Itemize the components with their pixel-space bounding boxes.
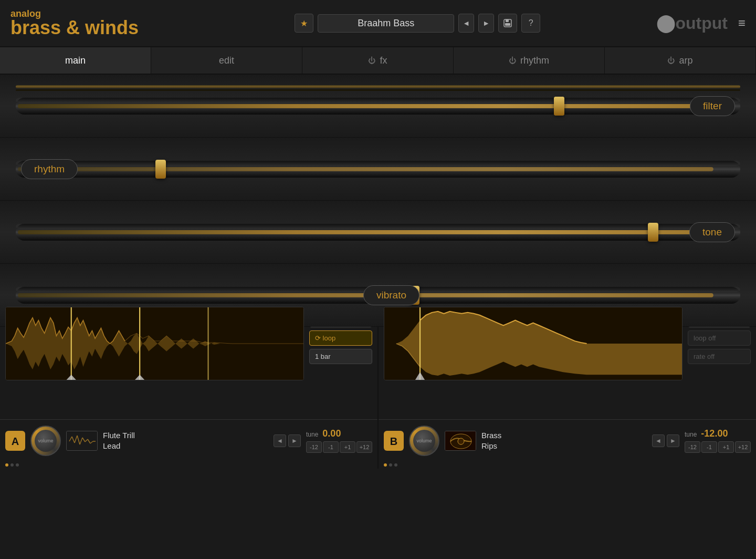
sample-thumb-b xyxy=(445,431,476,451)
sample-thumb-svg-a xyxy=(67,431,98,451)
sample-name-line2-b: Rips xyxy=(481,441,647,451)
volume-knob-inner-b: volume xyxy=(413,430,435,452)
tune-plus1-a[interactable]: +1 xyxy=(340,441,355,453)
panel-b-label: B xyxy=(390,436,397,447)
rhythm-label: rhythm xyxy=(21,159,78,179)
tube-svg xyxy=(16,81,740,97)
volume-label-a: volume xyxy=(38,438,53,443)
tube-top-decoration xyxy=(16,81,740,97)
dot-b-1 xyxy=(384,463,387,467)
preset-prev-button[interactable]: ◄ xyxy=(458,14,474,33)
panel-b-waveform[interactable] xyxy=(384,307,682,380)
tune-label-b: tune xyxy=(685,431,697,438)
tab-rhythm[interactable]: ⏻ rhythm xyxy=(454,47,605,74)
header: analog brass & winds ★ Braahm Bass ◄ ► ?… xyxy=(0,0,756,47)
tab-rhythm-power-icon: ⏻ xyxy=(509,56,516,65)
filter-slider-row: filter xyxy=(0,75,756,138)
tune-area-a: tune 0.00 -12 -1 +1 +12 xyxy=(306,428,372,453)
volume-label-b: volume xyxy=(416,438,432,443)
sample-next-a[interactable]: ► xyxy=(288,434,301,447)
svg-rect-3 xyxy=(16,85,740,88)
filter-track-svg xyxy=(16,97,740,116)
preset-area: ★ Braahm Bass ◄ ► ? xyxy=(189,14,646,33)
tone-slider-track[interactable] xyxy=(16,223,740,242)
loop-off-button-b[interactable]: loop off xyxy=(688,330,751,346)
rhythm-handle[interactable] xyxy=(155,160,166,179)
tab-fx[interactable]: ⏻ fx xyxy=(302,47,454,74)
tune-buttons-a: -12 -1 +1 +12 xyxy=(306,441,372,453)
tune-plus12-a[interactable]: +12 xyxy=(356,441,372,453)
help-button[interactable]: ? xyxy=(521,14,540,33)
tab-main-label: main xyxy=(65,55,86,66)
sample-prev-b[interactable]: ◄ xyxy=(652,434,665,447)
tune-minus12-b[interactable]: -12 xyxy=(685,441,700,453)
preset-name: Braahm Bass xyxy=(318,14,454,33)
tab-arp-label: arp xyxy=(679,55,692,66)
power-button-b[interactable]: B xyxy=(384,431,404,451)
filter-slider-track[interactable] xyxy=(16,97,740,116)
sample-name-line2-a: Lead xyxy=(103,441,268,451)
tab-edit-label: edit xyxy=(219,55,234,66)
tune-minus1-a[interactable]: -1 xyxy=(323,441,339,453)
rate-off-button-b[interactable]: rate off xyxy=(688,349,751,364)
sample-name-line1-a: Flute Trill xyxy=(103,430,268,441)
rhythm-slider-track[interactable] xyxy=(16,160,740,179)
tab-fx-label: fx xyxy=(380,55,387,66)
tone-handle[interactable] xyxy=(648,223,658,242)
volume-knob-a[interactable]: volume xyxy=(30,426,61,456)
rhythm-slider-row: rhythm xyxy=(0,138,756,201)
vibrato-slider-container: vibrato xyxy=(16,286,740,305)
panel-a-label: A xyxy=(12,436,19,447)
svg-rect-4 xyxy=(16,89,740,91)
tab-rhythm-label: rhythm xyxy=(520,55,549,66)
sample-name-a: Flute Trill Lead xyxy=(103,430,268,451)
svg-rect-1 xyxy=(506,19,509,22)
panel-a-waveform-svg xyxy=(6,307,303,380)
tab-arp[interactable]: ⏻ arp xyxy=(605,47,756,74)
sample-name-b: Brass Rips xyxy=(481,430,647,451)
save-button[interactable] xyxy=(498,14,517,33)
panel-b-waveform-svg xyxy=(384,307,682,380)
svg-rect-11 xyxy=(16,161,740,166)
tune-minus12-a[interactable]: -12 xyxy=(306,441,322,453)
dot-b-2 xyxy=(389,463,392,467)
tone-slider-container: tone xyxy=(16,223,740,242)
panel-a-waveform[interactable] xyxy=(5,307,304,380)
dot-1 xyxy=(5,463,8,467)
dot-2 xyxy=(10,463,14,467)
panel-a-bottom: A volume xyxy=(0,419,377,461)
tab-edit[interactable]: edit xyxy=(151,47,302,74)
loop-button-a[interactable]: ⟳ loop xyxy=(309,330,372,346)
logo-main: brass & winds xyxy=(10,18,189,37)
favorite-button[interactable]: ★ xyxy=(295,14,313,33)
tune-minus1-b[interactable]: -1 xyxy=(701,441,717,453)
filter-label: filter xyxy=(690,96,735,116)
volume-knob-b[interactable]: volume xyxy=(409,426,439,456)
tab-navigation: main edit ⏻ fx ⏻ rhythm ⏻ arp xyxy=(0,47,756,75)
sample-next-b[interactable]: ► xyxy=(667,434,679,447)
tune-value-b: -12.00 xyxy=(701,428,728,439)
sample-nav-b: ◄ ► xyxy=(652,434,679,447)
bar-button-a[interactable]: 1 bar xyxy=(309,349,372,364)
filter-handle[interactable] xyxy=(554,97,564,116)
tone-label: tone xyxy=(689,222,735,242)
logo-area: analog brass & winds xyxy=(10,9,189,37)
tune-label-a: tune xyxy=(306,431,318,438)
tune-area-b: tune -12.00 -12 -1 +1 +12 xyxy=(685,428,751,453)
sample-prev-a[interactable]: ◄ xyxy=(274,434,286,447)
rhythm-track-svg xyxy=(16,160,740,179)
tune-value-a: 0.00 xyxy=(322,428,341,439)
rhythm-slider-container: rhythm xyxy=(16,160,740,179)
svg-rect-14 xyxy=(16,224,740,229)
tune-plus1-b[interactable]: +1 xyxy=(718,441,734,453)
svg-rect-2 xyxy=(505,23,510,26)
power-button-a[interactable]: A xyxy=(5,431,25,451)
menu-button[interactable]: ≡ xyxy=(738,16,746,30)
volume-knob-inner-a: volume xyxy=(35,430,57,452)
preset-next-button[interactable]: ► xyxy=(478,14,494,33)
tab-main[interactable]: main xyxy=(0,47,151,74)
sample-thumb-a xyxy=(66,431,98,451)
dot-3 xyxy=(16,463,19,467)
output-brand: ⬤output ≡ xyxy=(646,13,746,33)
tune-plus12-b[interactable]: +12 xyxy=(735,441,751,453)
